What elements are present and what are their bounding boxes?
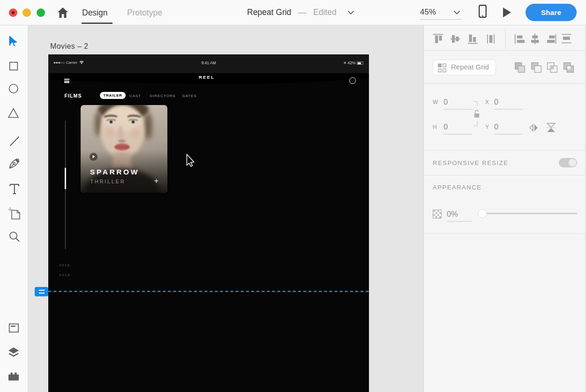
svg-text:0: 0 bbox=[494, 122, 498, 131]
svg-text:0%: 0% bbox=[447, 210, 458, 218]
svg-text:RESPONSIVE RESIZE: RESPONSIVE RESIZE bbox=[433, 159, 508, 166]
svg-text:0: 0 bbox=[443, 122, 448, 131]
svg-text:H: H bbox=[433, 124, 437, 130]
svg-text:0: 0 bbox=[443, 98, 448, 106]
svg-text:X: X bbox=[485, 99, 489, 106]
svg-text:APPEARANCE: APPEARANCE bbox=[433, 184, 481, 191]
svg-text:Repeat Grid: Repeat Grid bbox=[451, 63, 489, 71]
svg-text:W: W bbox=[433, 99, 438, 106]
svg-text:Y: Y bbox=[485, 124, 489, 130]
svg-text:0: 0 bbox=[494, 98, 498, 106]
